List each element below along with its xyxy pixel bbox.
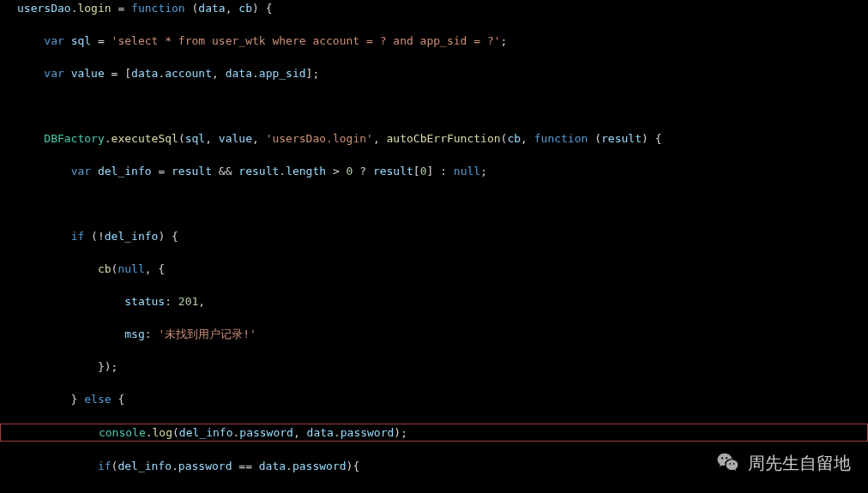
code-line: [17, 195, 868, 212]
code-line: msg: '未找到用户记录!': [17, 326, 868, 342]
code-line: cb(null, {: [17, 261, 868, 277]
code-line: status: 201,: [17, 293, 868, 310]
code-line: var del_info = result && result.length >…: [17, 163, 868, 179]
code-line: usersDao.login = function (data, cb) {: [17, 0, 868, 16]
wechat-icon: [715, 450, 741, 476]
code-line: });: [17, 358, 868, 375]
code-line: } else {: [17, 391, 868, 407]
watermark-text: 周先生自留地: [748, 455, 851, 472]
code-line: var sql = 'select * from user_wtk where …: [17, 33, 868, 49]
code-editor[interactable]: usersDao.login = function (data, cb) { v…: [17, 0, 868, 493]
watermark: 周先生自留地: [715, 450, 851, 476]
code-line: var value = [data.account, data.app_sid]…: [17, 65, 868, 81]
code-line: if (!del_info) {: [17, 228, 868, 244]
highlighted-line: console.log(del_info.password, data.pass…: [0, 424, 868, 442]
code-line: DBFactory.executeSql(sql, value, 'usersD…: [17, 130, 868, 147]
code-line: [17, 98, 868, 114]
